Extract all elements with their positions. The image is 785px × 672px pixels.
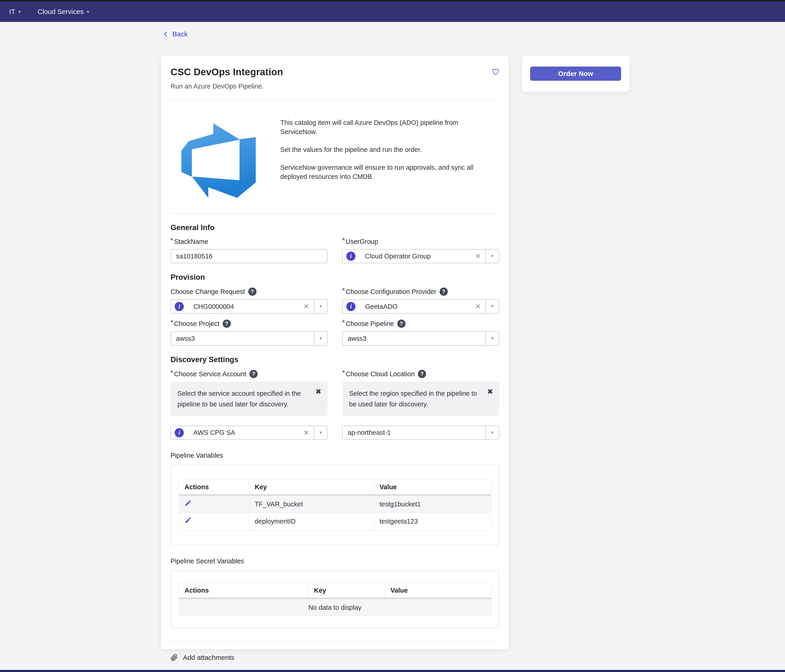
close-icon[interactable]: ✖	[487, 386, 493, 397]
usergroup-value: Cloud Operator Group	[365, 252, 431, 260]
project-dropdown-button[interactable]: ▼	[314, 332, 327, 345]
description-paragraph: Set the values for the pipeline and run …	[280, 145, 486, 154]
column-header-value: Value	[374, 479, 491, 495]
cloud-location-label: * Choose Cloud Location ?	[342, 370, 499, 378]
divider	[170, 213, 499, 214]
service-account-dropdown-button[interactable]: ▼	[314, 426, 327, 439]
dropdown-arrow-icon: ▼	[319, 336, 323, 341]
caret-down-icon: ▾	[19, 9, 21, 14]
item-overview: This catalog item will call Azure DevOps…	[170, 101, 499, 211]
catalog-item-card: CSC DevOps Integration Run an Azure DevO…	[161, 56, 509, 649]
config-provider-field[interactable]: i GeetaADO ✕ ▼	[342, 299, 499, 313]
service-account-label: * Choose Service Account ?	[170, 370, 328, 378]
add-attachments-label: Add attachments	[183, 654, 234, 661]
favorite-button[interactable]	[491, 68, 500, 77]
divider	[170, 641, 499, 642]
description-paragraph: ServiceNow governance will ensure to run…	[280, 163, 486, 181]
nav-menu-it[interactable]: IT ▾	[9, 8, 20, 16]
info-icon[interactable]: i	[346, 302, 355, 311]
table-row: TF_VAR_bucket testg1bucket1	[179, 495, 491, 512]
cloud-location-value: ap-northeast-1	[348, 429, 391, 436]
change-request-value: CHG0000004	[193, 303, 234, 310]
help-icon[interactable]: ?	[223, 320, 231, 328]
order-now-button[interactable]: Order Now	[530, 67, 621, 81]
clear-icon[interactable]: ✕	[475, 252, 480, 260]
edit-row-button[interactable]	[185, 500, 191, 508]
pipeline-variables-table: Actions Key Value	[179, 479, 491, 530]
dropdown-arrow-icon: ▼	[491, 254, 494, 258]
required-marker: *	[170, 369, 173, 376]
help-icon[interactable]: ?	[248, 288, 256, 296]
usergroup-field[interactable]: i Cloud Operator Group ✕ ▼	[342, 249, 499, 263]
close-icon[interactable]: ✖	[316, 386, 321, 397]
info-icon[interactable]: i	[346, 252, 355, 261]
section-heading-discovery: Discovery Settings	[170, 355, 499, 364]
column-header-actions: Actions	[179, 479, 249, 495]
section-heading-general-info: General Info	[170, 223, 499, 232]
item-description: This catalog item will call Azure DevOps…	[280, 110, 486, 203]
column-header-value: Value	[385, 583, 491, 598]
config-provider-dropdown-button[interactable]: ▼	[486, 300, 499, 313]
back-link-label: Back	[172, 30, 188, 38]
stackname-input[interactable]	[170, 249, 328, 263]
edit-row-button[interactable]	[185, 517, 191, 525]
help-icon[interactable]: ?	[249, 370, 258, 378]
variable-value-cell: testg1bucket1	[374, 495, 491, 512]
change-request-dropdown-button[interactable]: ▼	[314, 300, 327, 313]
clear-icon[interactable]: ✕	[475, 303, 480, 310]
heart-icon	[491, 68, 500, 76]
dropdown-arrow-icon: ▼	[319, 304, 323, 309]
bottom-border-strip	[0, 670, 785, 672]
project-select[interactable]: awss3 ▼	[170, 331, 328, 346]
help-icon[interactable]: ?	[418, 370, 426, 378]
back-chevron-icon	[163, 30, 169, 38]
cloud-location-dropdown-button[interactable]: ▼	[486, 426, 499, 439]
variable-value-cell: testgeeta123	[374, 512, 491, 530]
required-marker: *	[170, 237, 173, 244]
table-row: deploymentID testgeeta123	[179, 512, 491, 530]
pipeline-variables-panel: Actions Key Value	[170, 465, 499, 545]
project-value: awss3	[176, 335, 195, 342]
service-account-value: AWS CPG SA	[193, 429, 235, 436]
pencil-icon	[185, 500, 191, 507]
clear-icon[interactable]: ✕	[303, 303, 309, 310]
variable-key-cell: TF_VAR_bucket	[249, 495, 374, 512]
info-icon[interactable]: i	[175, 428, 184, 437]
service-account-field[interactable]: i AWS CPG SA ✕ ▼	[170, 426, 328, 440]
column-header-key: Key	[308, 583, 385, 598]
nav-menu-it-label: IT	[9, 8, 15, 16]
section-heading-provision: Provision	[170, 273, 499, 282]
empty-table-row: No data to display	[179, 598, 491, 616]
dropdown-arrow-icon: ▼	[491, 304, 494, 309]
config-provider-label: * Choose Configuration Provider ?	[342, 288, 499, 296]
pipeline-label: * Choose Pipeline ?	[342, 320, 499, 328]
required-marker: *	[342, 287, 345, 294]
nav-menu-cloud-services-label: Cloud Services	[38, 8, 84, 16]
required-marker: *	[342, 237, 345, 244]
project-label: * Choose Project ?	[170, 320, 328, 328]
paperclip-icon	[170, 654, 178, 661]
required-marker: *	[342, 369, 345, 376]
page-subtitle: Run an Azure DevOps Pipeline.	[170, 83, 499, 90]
pipeline-variables-label: Pipeline Variables	[170, 452, 499, 459]
add-attachments-button[interactable]: Add attachments	[170, 654, 499, 661]
info-icon[interactable]: i	[175, 302, 184, 311]
pencil-icon	[185, 517, 191, 524]
pipeline-value: awss3	[348, 335, 366, 342]
back-link[interactable]: Back	[163, 30, 188, 38]
required-marker: *	[170, 319, 173, 326]
description-paragraph: This catalog item will call Azure DevOps…	[280, 118, 486, 136]
change-request-field[interactable]: i CHG0000004 ✕ ▼	[170, 299, 328, 313]
azure-devops-icon	[176, 118, 261, 203]
help-icon[interactable]: ?	[439, 288, 448, 296]
nav-menu-cloud-services[interactable]: Cloud Services ▾	[38, 8, 89, 16]
pipeline-select[interactable]: awss3 ▼	[342, 331, 499, 346]
pipeline-dropdown-button[interactable]: ▼	[486, 332, 499, 345]
dropdown-arrow-icon: ▼	[319, 431, 323, 435]
cloud-location-select[interactable]: ap-northeast-1 ▼	[342, 426, 499, 440]
required-marker: *	[342, 319, 345, 326]
usergroup-dropdown-button[interactable]: ▼	[486, 249, 499, 263]
clear-icon[interactable]: ✕	[303, 429, 309, 436]
help-icon[interactable]: ?	[397, 320, 405, 328]
dropdown-arrow-icon: ▼	[491, 431, 494, 435]
